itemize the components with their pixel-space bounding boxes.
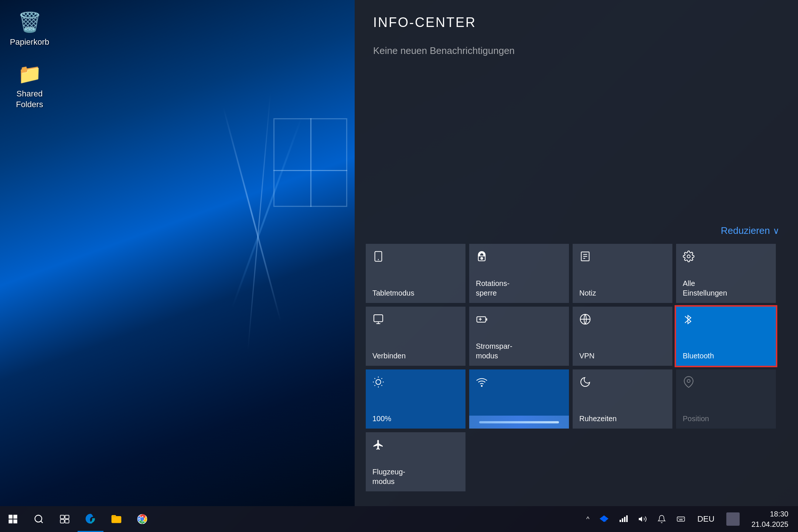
all-settings-label: AlleEinstellungen — [683, 279, 727, 298]
tray-expand-button[interactable]: ^ — [582, 506, 594, 532]
svg-point-3 — [481, 258, 482, 259]
quick-actions-row-3: 100% — [366, 369, 787, 429]
wifi-indicator — [469, 416, 569, 429]
airplane-mode-tile[interactable]: Flugzeug-modus — [366, 432, 466, 491]
svg-point-18 — [376, 379, 381, 384]
connect-tile[interactable]: Verbinden — [366, 307, 466, 366]
tablet-mode-icon — [372, 250, 384, 264]
battery-icon — [476, 313, 488, 327]
shared-folders-icon[interactable]: 📁 SharedFolders — [7, 59, 52, 113]
rotation-lock-icon — [476, 250, 488, 264]
svg-rect-32 — [13, 519, 17, 524]
note-label: Notiz — [579, 288, 596, 298]
svg-line-34 — [41, 521, 42, 523]
notification-tray-icon[interactable] — [653, 506, 671, 532]
info-center-title: INFO-CENTER — [373, 15, 780, 30]
connect-icon — [372, 313, 384, 327]
recycle-bin-icon[interactable]: 🗑️ Papierkorb — [7, 7, 52, 51]
bluetooth-label: Bluetooth — [683, 351, 714, 361]
system-clock[interactable]: 18:30 21.04.2025 — [746, 506, 794, 532]
brightness-tile[interactable]: 100% — [366, 369, 466, 429]
quiet-hours-label: Ruhezeiten — [579, 414, 617, 423]
vpn-tile[interactable]: VPN — [573, 307, 672, 366]
svg-rect-37 — [60, 519, 64, 523]
brightness-label: 100% — [372, 414, 391, 423]
battery-saver-tile[interactable]: Stromspar-modus — [469, 307, 569, 366]
info-center-header: INFO-CENTER — [355, 0, 798, 38]
svg-rect-42 — [622, 518, 623, 522]
svg-point-33 — [35, 515, 42, 522]
quick-actions-row-4: Flugzeug-modus — [366, 432, 787, 491]
wifi-tile[interactable] — [469, 369, 569, 429]
battery-saver-label: Stromspar-modus — [476, 341, 512, 361]
chevron-down-icon: ∨ — [773, 226, 780, 236]
clock-time: 18:30 — [770, 509, 788, 519]
settings-icon — [683, 250, 695, 264]
tablet-mode-tile[interactable]: Tabletmodus — [366, 244, 466, 303]
svg-rect-9 — [374, 315, 383, 322]
keyboard-tray-icon[interactable] — [672, 506, 690, 532]
language-indicator[interactable]: DEU — [691, 506, 720, 532]
user-avatar[interactable] — [722, 506, 744, 532]
svg-rect-36 — [65, 515, 69, 519]
rotation-lock-tile[interactable]: Rotations-sperre — [469, 244, 569, 303]
svg-line-22 — [381, 385, 382, 386]
quick-actions-row-1: Tabletmodus Rotations-sperre — [366, 244, 787, 303]
rotation-lock-label: Rotations-sperre — [476, 279, 509, 298]
recycle-bin-label: Papierkorb — [10, 37, 49, 48]
system-tray: ^ — [582, 506, 798, 532]
location-label: Position — [683, 414, 709, 423]
svg-rect-38 — [65, 519, 69, 523]
reduce-button[interactable]: Reduzieren ∨ — [355, 225, 798, 244]
chrome-app[interactable] — [129, 506, 155, 532]
svg-rect-35 — [60, 515, 64, 519]
svg-rect-30 — [13, 515, 17, 519]
brightness-icon — [372, 376, 384, 390]
svg-rect-44 — [626, 515, 628, 522]
svg-rect-29 — [8, 515, 12, 519]
network-tray-icon[interactable] — [614, 506, 632, 532]
tablet-mode-label: Tabletmodus — [372, 288, 414, 298]
svg-line-25 — [375, 385, 375, 386]
shared-folders-label: SharedFolders — [16, 89, 43, 110]
svg-rect-43 — [624, 517, 625, 522]
wifi-icon — [476, 376, 488, 390]
svg-marker-45 — [639, 516, 642, 522]
start-button[interactable] — [0, 506, 26, 532]
location-icon — [683, 376, 695, 390]
explorer-app[interactable] — [103, 506, 129, 532]
svg-line-21 — [375, 378, 375, 379]
volume-tray-icon[interactable] — [634, 506, 651, 532]
clock-date: 21.04.2025 — [751, 519, 788, 529]
svg-point-28 — [687, 379, 690, 382]
vpn-label: VPN — [579, 351, 594, 361]
task-view-button[interactable] — [52, 506, 78, 532]
edge-app[interactable] — [78, 506, 103, 532]
connect-label: Verbinden — [372, 351, 406, 361]
reduce-label: Reduzieren — [721, 225, 770, 236]
svg-point-27 — [481, 385, 482, 386]
note-icon — [579, 250, 591, 264]
svg-point-8 — [687, 255, 690, 258]
airplane-icon — [372, 439, 384, 453]
svg-rect-41 — [620, 520, 621, 522]
quiet-hours-tile[interactable]: Ruhezeiten — [573, 369, 672, 429]
search-button[interactable] — [26, 506, 52, 532]
location-tile[interactable]: Position — [676, 369, 776, 429]
no-notifications-text: Keine neuen Benachrichtigungen — [355, 45, 798, 57]
airplane-mode-label: Flugzeug-modus — [372, 467, 405, 486]
svg-rect-31 — [8, 519, 12, 524]
note-tile[interactable]: Notiz — [573, 244, 672, 303]
info-center-panel: INFO-CENTER Keine neuen Benachrichtigung… — [355, 0, 798, 506]
svg-rect-46 — [677, 517, 685, 521]
quick-actions-row-2: Verbinden Stromspar-modus — [366, 307, 787, 366]
taskbar: ^ — [0, 506, 798, 532]
quick-actions-grid: Tabletmodus Rotations-sperre — [355, 244, 798, 506]
moon-icon — [579, 376, 591, 390]
bluetooth-tile[interactable]: Bluetooth — [676, 307, 776, 366]
svg-line-26 — [381, 378, 382, 379]
chevron-up-icon: ^ — [586, 515, 589, 523]
bluetooth-icon — [683, 313, 693, 328]
all-settings-tile[interactable]: AlleEinstellungen — [676, 244, 776, 303]
dropbox-tray-icon[interactable] — [595, 506, 613, 532]
